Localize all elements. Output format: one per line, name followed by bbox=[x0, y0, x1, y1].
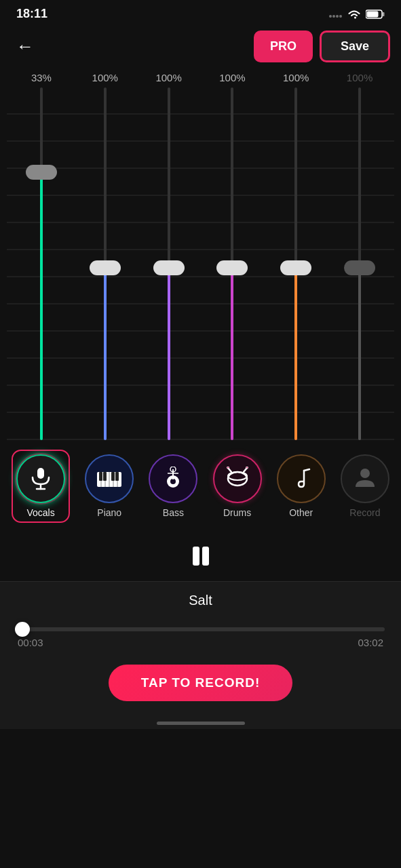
instrument-vocals[interactable]: Vocals bbox=[12, 450, 70, 523]
svg-rect-18 bbox=[111, 472, 115, 481]
fader-bass bbox=[142, 87, 196, 440]
other-label: Other bbox=[289, 507, 313, 518]
home-indicator bbox=[0, 715, 401, 729]
svg-point-0 bbox=[329, 15, 332, 18]
other-icon-wrap bbox=[277, 454, 326, 503]
piano-icon bbox=[96, 469, 122, 488]
vocals-label: Vocals bbox=[26, 507, 54, 518]
mixer-area: 33% 100% 100% 100% 100% 100% bbox=[0, 69, 401, 440]
record-btn-area: TAP TO RECORD! bbox=[0, 652, 401, 715]
fader-vocals bbox=[14, 87, 69, 440]
wifi-icon bbox=[347, 9, 362, 20]
instrument-record[interactable]: Record bbox=[341, 454, 389, 518]
instrument-drums[interactable]: Drums bbox=[213, 454, 262, 518]
fader-thumb-record[interactable] bbox=[344, 260, 375, 275]
fader-piano bbox=[78, 87, 132, 440]
svg-rect-6 bbox=[367, 11, 379, 17]
pause-icon bbox=[187, 542, 214, 570]
record-label: Record bbox=[349, 507, 380, 518]
status-icons bbox=[329, 9, 385, 20]
status-time: 18:11 bbox=[16, 7, 47, 21]
drums-label: Drums bbox=[223, 507, 251, 518]
battery-icon bbox=[366, 9, 385, 19]
save-button[interactable]: Save bbox=[320, 31, 390, 62]
signal-icon bbox=[329, 9, 343, 19]
bass-label: Bass bbox=[163, 507, 184, 518]
svg-point-21 bbox=[170, 479, 176, 484]
percent-record: 100% bbox=[332, 72, 387, 83]
playback-area bbox=[0, 530, 401, 581]
fader-other bbox=[269, 87, 323, 440]
instruments-row: Vocals Piano bbox=[0, 440, 401, 530]
piano-icon-wrap bbox=[85, 454, 134, 503]
back-button[interactable]: ← bbox=[11, 33, 39, 60]
svg-rect-19 bbox=[115, 472, 119, 481]
percent-bass: 100% bbox=[142, 72, 196, 83]
guitar-icon bbox=[161, 467, 185, 491]
track-info: Salt bbox=[0, 582, 401, 619]
svg-point-30 bbox=[246, 467, 248, 469]
piano-label: Piano bbox=[97, 507, 121, 518]
home-bar bbox=[157, 722, 245, 725]
instrument-piano[interactable]: Piano bbox=[85, 454, 134, 518]
fader-thumb-piano[interactable] bbox=[90, 260, 121, 275]
svg-point-32 bbox=[360, 469, 370, 478]
svg-point-3 bbox=[339, 15, 342, 18]
svg-line-31 bbox=[304, 469, 309, 471]
percent-vocals: 33% bbox=[14, 72, 69, 83]
status-bar: 18:11 bbox=[0, 0, 401, 25]
svg-point-1 bbox=[332, 15, 335, 18]
svg-rect-22 bbox=[172, 469, 174, 479]
svg-point-26 bbox=[228, 472, 247, 480]
vocals-icon-wrap bbox=[16, 454, 65, 503]
percent-drums: 100% bbox=[205, 72, 259, 83]
percent-row: 33% 100% 100% 100% 100% 100% bbox=[7, 69, 394, 87]
total-time: 03:02 bbox=[358, 637, 383, 648]
note-icon bbox=[289, 467, 313, 491]
progress-thumb[interactable] bbox=[15, 622, 30, 637]
fader-thumb-other[interactable] bbox=[280, 260, 311, 275]
mic-icon bbox=[28, 467, 53, 491]
pause-button[interactable] bbox=[184, 539, 218, 573]
instrument-other[interactable]: Other bbox=[277, 454, 326, 518]
tap-record-button[interactable]: TAP TO RECORD! bbox=[109, 665, 293, 701]
header: ← PRO Save bbox=[0, 25, 401, 69]
header-actions: PRO Save bbox=[254, 31, 390, 62]
fader-thumb-vocals[interactable] bbox=[26, 165, 57, 180]
svg-point-2 bbox=[336, 15, 339, 18]
svg-rect-5 bbox=[383, 12, 385, 16]
bass-icon-wrap bbox=[149, 454, 197, 503]
svg-rect-34 bbox=[202, 547, 209, 566]
current-time: 00:03 bbox=[18, 637, 43, 648]
time-row: 00:03 03:02 bbox=[16, 637, 385, 648]
fader-record bbox=[332, 87, 387, 440]
instrument-bass[interactable]: Bass bbox=[149, 454, 197, 518]
svg-rect-17 bbox=[103, 472, 107, 481]
svg-rect-16 bbox=[99, 472, 102, 481]
percent-piano: 100% bbox=[78, 72, 132, 83]
fader-drums bbox=[205, 87, 259, 440]
drums-icon-wrap bbox=[213, 454, 262, 503]
fader-thumb-bass[interactable] bbox=[153, 260, 185, 275]
track-name: Salt bbox=[189, 593, 212, 608]
drums-icon bbox=[225, 467, 250, 491]
svg-rect-33 bbox=[193, 547, 199, 566]
record-icon-wrap bbox=[341, 454, 389, 503]
fader-thumb-drums[interactable] bbox=[216, 260, 248, 275]
progress-bar[interactable] bbox=[16, 627, 385, 631]
svg-rect-7 bbox=[37, 468, 44, 479]
pro-button[interactable]: PRO bbox=[254, 31, 313, 62]
svg-point-29 bbox=[227, 467, 229, 469]
fader-grid bbox=[7, 87, 394, 440]
percent-other: 100% bbox=[269, 72, 323, 83]
person-icon bbox=[353, 467, 377, 491]
progress-area: 00:03 03:02 bbox=[0, 619, 401, 652]
